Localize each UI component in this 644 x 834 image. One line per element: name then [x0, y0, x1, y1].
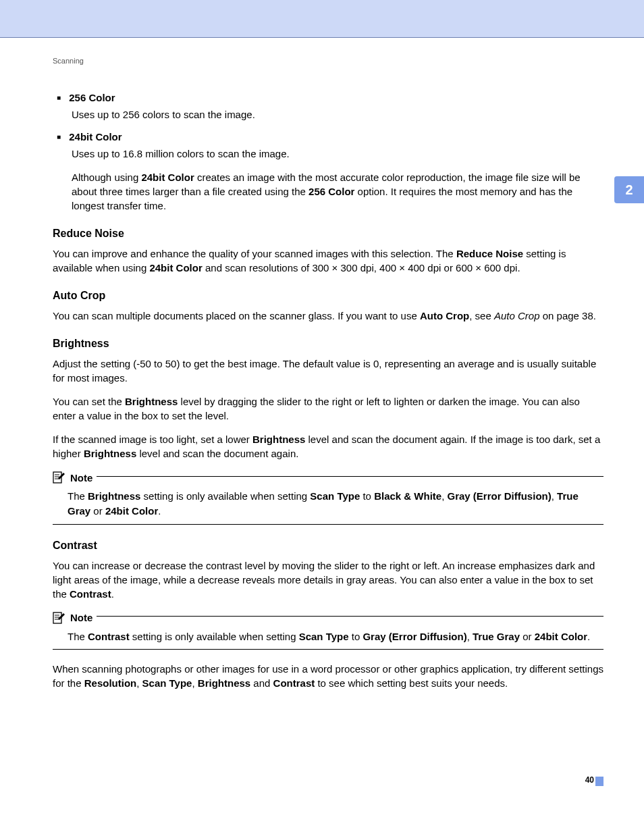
bullet-item: ■ 24bit Color Uses up to 16.8 million co…: [57, 131, 603, 213]
note-pencil-icon: [53, 612, 66, 624]
page-footer: 40: [53, 771, 603, 785]
paragraph: If the scanned image is too light, set a…: [53, 432, 603, 461]
note-header: Note: [53, 471, 603, 484]
note-block: Note The Brightness setting is only avai…: [53, 471, 603, 525]
heading-brightness: Brightness: [53, 338, 603, 350]
note-rule-bottom: [53, 524, 603, 525]
page-content: Scanning 2 ■ 256 Color Uses up to 256 co…: [0, 38, 644, 812]
note-rule: [97, 476, 603, 477]
paragraph: You can scan multiple documents placed o…: [53, 309, 603, 323]
heading-contrast: Contrast: [53, 540, 603, 552]
paragraph: Adjust the setting (-50 to 50) to get th…: [53, 357, 603, 385]
note-body: The Brightness setting is only available…: [68, 489, 603, 519]
paragraph: You can improve and enhance the quality …: [53, 246, 603, 275]
note-rule-bottom: [53, 649, 603, 650]
note-header: Note: [53, 612, 603, 624]
note-body: The Contrast setting is only available w…: [68, 629, 603, 644]
paragraph: You can increase or decrease the contras…: [53, 558, 603, 601]
bullet-body-extra: Although using 24bit Color creates an im…: [72, 170, 603, 213]
chapter-tab: 2: [614, 176, 644, 203]
bullet-body: Uses up to 256 colors to scan the image.: [72, 107, 603, 122]
note-pencil-icon: [53, 471, 66, 484]
bullet-item: ■ 256 Color Uses up to 256 colors to sca…: [57, 92, 603, 122]
bullet-title: 24bit Color: [69, 131, 122, 142]
heading-reduce-noise: Reduce Noise: [53, 228, 603, 240]
page-number: 40: [585, 775, 594, 785]
note-label: Note: [70, 472, 92, 484]
note-rule: [97, 616, 603, 617]
square-bullet-icon: ■: [57, 94, 61, 101]
section-label: Scanning: [53, 57, 603, 65]
paragraph: You can set the Brightness level by drag…: [53, 394, 603, 423]
bullet-list: ■ 256 Color Uses up to 256 colors to sca…: [53, 92, 603, 213]
note-block: Note The Contrast setting is only availa…: [53, 612, 603, 650]
bullet-body: Uses up to 16.8 million colors to scan t…: [72, 147, 603, 161]
paragraph-closing: When scanning photographs or other image…: [53, 662, 603, 690]
heading-auto-crop: Auto Crop: [53, 290, 603, 302]
bullet-title: 256 Color: [69, 92, 115, 103]
top-band: [0, 0, 644, 38]
square-bullet-icon: ■: [57, 133, 61, 140]
note-label: Note: [70, 612, 92, 623]
footer-accent: [595, 777, 603, 786]
